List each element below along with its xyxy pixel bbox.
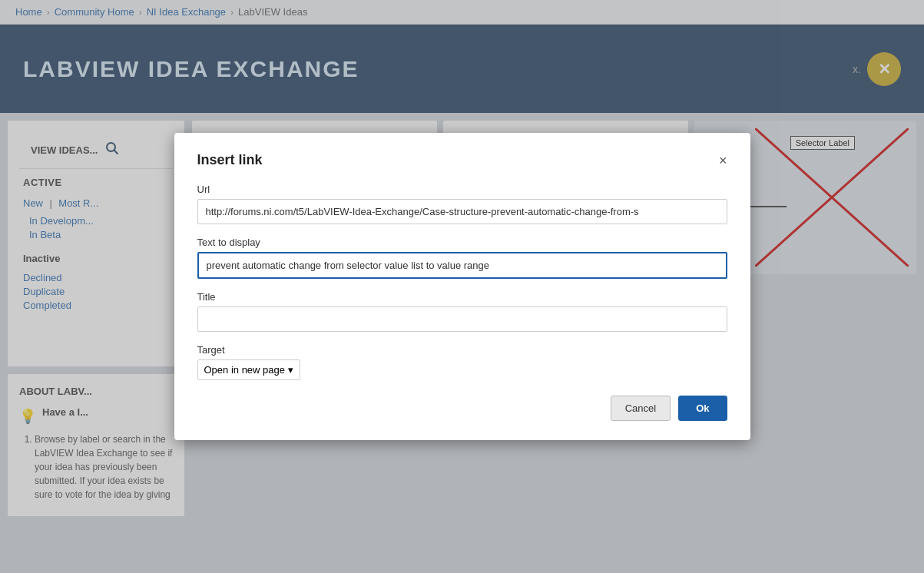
text-display-input[interactable] xyxy=(197,252,727,279)
url-form-group: Url xyxy=(197,184,727,224)
url-input[interactable] xyxy=(197,199,727,224)
ok-button[interactable]: Ok xyxy=(678,396,727,421)
title-label: Title xyxy=(197,291,727,303)
target-chevron-icon: ▾ xyxy=(288,364,293,376)
title-input[interactable] xyxy=(197,306,727,332)
url-label: Url xyxy=(197,184,727,195)
modal-title: Insert link xyxy=(197,152,263,168)
text-display-label: Text to display xyxy=(197,237,727,248)
target-label: Target xyxy=(197,344,727,356)
title-form-group: Title xyxy=(197,291,727,332)
modal-backdrop: Insert link × Url Text to display Title … xyxy=(0,0,924,573)
target-select[interactable]: Open in new page ▾ xyxy=(197,359,301,380)
modal-header: Insert link × xyxy=(197,152,727,168)
modal-footer: Cancel Ok xyxy=(197,396,727,421)
text-display-form-group: Text to display xyxy=(197,237,727,279)
target-option-text: Open in new page xyxy=(204,364,286,376)
modal-close-button[interactable]: × xyxy=(719,154,727,167)
insert-link-modal: Insert link × Url Text to display Title … xyxy=(174,133,750,440)
cancel-button[interactable]: Cancel xyxy=(611,396,671,421)
target-group: Target Open in new page ▾ xyxy=(197,344,727,380)
